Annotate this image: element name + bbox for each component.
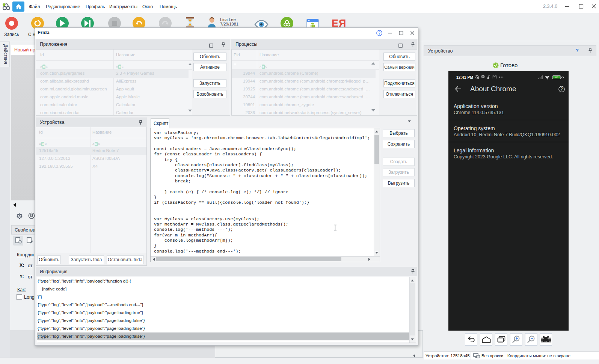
svg-text:?: ? — [561, 87, 563, 91]
svg-text:87: 87 — [555, 76, 558, 78]
svg-text:?: ? — [378, 31, 380, 35]
